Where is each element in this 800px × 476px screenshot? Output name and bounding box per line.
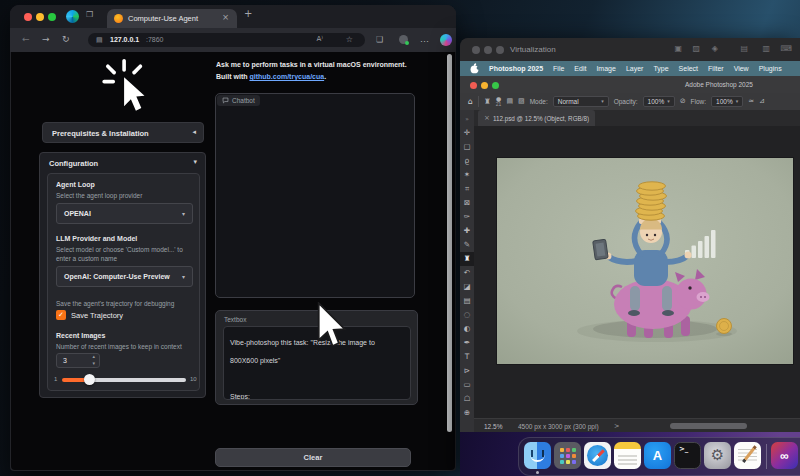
- accordion-configuration-label[interactable]: Configuration: [49, 159, 98, 168]
- tool-blur-icon[interactable]: ◌: [460, 308, 474, 322]
- ps-canvas-area[interactable]: [474, 126, 800, 418]
- address-bar[interactable]: ▤ 127.0.0.1 :7860 A⁾ ☆: [88, 33, 365, 47]
- slider-handle[interactable]: [84, 374, 95, 385]
- menu-item-edit[interactable]: Edit: [574, 65, 586, 72]
- brush-settings-panel-icon[interactable]: ▤: [506, 98, 513, 105]
- tool-clone-stamp-icon[interactable]: ♜: [460, 252, 474, 266]
- tab-close-icon[interactable]: ×: [222, 13, 229, 22]
- document-tab-close-icon[interactable]: ×: [484, 115, 490, 122]
- browser-tab-active[interactable]: Computer-Use Agent ×: [107, 9, 237, 28]
- save-trajectory-checkbox[interactable]: ✓: [56, 310, 66, 320]
- airbrush-icon[interactable]: ≈: [748, 98, 754, 105]
- clone-source-panel-icon[interactable]: ▨: [518, 98, 525, 105]
- window-minimize-button[interactable]: [36, 13, 44, 21]
- tool-shape-icon[interactable]: ▭: [460, 378, 474, 392]
- read-aloud-icon[interactable]: A⁾: [316, 36, 323, 43]
- vm-control-layers-icon[interactable]: ◈: [712, 45, 718, 53]
- horizontal-scrollbar[interactable]: [670, 423, 747, 429]
- site-info-icon[interactable]: ▤: [96, 37, 103, 44]
- tool-object-selection-icon[interactable]: ✶: [460, 168, 474, 182]
- menu-item-plugins[interactable]: Plugins: [759, 65, 782, 72]
- tool-history-brush-icon[interactable]: ↶: [460, 266, 474, 280]
- apple-menu-icon[interactable]: [470, 63, 479, 74]
- mode-select[interactable]: Normal ▾: [553, 96, 609, 107]
- vm-control-capture-icon[interactable]: ▣: [674, 45, 682, 53]
- menu-item-filter[interactable]: Filter: [708, 65, 724, 72]
- tool-eraser-icon[interactable]: ◪: [460, 280, 474, 294]
- forward-icon[interactable]: →: [42, 33, 50, 46]
- flow-select[interactable]: 100% ▾: [711, 96, 743, 107]
- dock-appstore-icon[interactable]: A: [644, 442, 671, 469]
- copilot-icon[interactable]: [440, 34, 452, 46]
- tool-lasso-icon[interactable]: ϱ: [460, 154, 474, 168]
- tool-crop-icon[interactable]: ⌗: [460, 182, 474, 196]
- stepper-down-icon[interactable]: ▾: [92, 361, 95, 366]
- stepper-up-icon[interactable]: ▴: [92, 354, 95, 359]
- browser-essentials-icon[interactable]: [399, 35, 408, 44]
- repo-link[interactable]: github.com/trycua/cua: [249, 73, 324, 80]
- ps-zoom-button[interactable]: [492, 82, 499, 89]
- window-close-button[interactable]: [24, 13, 32, 21]
- zoom-level[interactable]: 12.5%: [484, 423, 502, 430]
- dock-safari-icon[interactable]: [584, 442, 611, 469]
- vm-zoom-button[interactable]: [496, 46, 504, 54]
- accordion-prerequisites[interactable]: Prerequisites & Installation ◂: [42, 122, 204, 143]
- dock-creative-cloud-icon[interactable]: ∞: [771, 442, 798, 469]
- menu-item-image[interactable]: Image: [596, 65, 615, 72]
- vm-control-keyboard-icon[interactable]: ⌨: [780, 45, 792, 53]
- dock-finder-icon[interactable]: [524, 442, 551, 469]
- recent-images-number-input[interactable]: 3 ▴ ▾: [56, 353, 100, 368]
- menu-item-file[interactable]: File: [553, 65, 564, 72]
- recent-images-slider[interactable]: [62, 378, 186, 382]
- menu-item-type[interactable]: Type: [653, 65, 668, 72]
- page-scrollbar[interactable]: [447, 54, 452, 432]
- current-tool-stamp-icon[interactable]: ♜: [484, 98, 491, 106]
- window-zoom-button[interactable]: [48, 13, 56, 21]
- document-tab[interactable]: × 112.psd @ 12.5% (Object, RGB/8): [478, 110, 595, 126]
- vm-minimize-button[interactable]: [484, 46, 492, 54]
- vm-control-display-icon[interactable]: ▥: [762, 45, 770, 53]
- menu-ellipsis-icon[interactable]: …: [420, 33, 429, 46]
- tool-path-select-icon[interactable]: ⊳: [460, 364, 474, 378]
- tool-marquee-icon[interactable]: ▢: [460, 140, 474, 154]
- clear-button[interactable]: Clear: [215, 448, 411, 467]
- tool-healing-icon[interactable]: ✚: [460, 224, 474, 238]
- tool-frame-icon[interactable]: ⊠: [460, 196, 474, 210]
- dock-textedit-icon[interactable]: [734, 442, 761, 469]
- tool-hand-icon[interactable]: ☖: [460, 392, 474, 406]
- opacity-select[interactable]: 100% ▾: [643, 96, 675, 107]
- agent-loop-dropdown[interactable]: OPENAI ▾: [56, 203, 193, 224]
- tool-zoom-icon[interactable]: ⊕: [460, 406, 474, 420]
- vm-control-grid-icon[interactable]: ▤: [740, 45, 748, 53]
- tool-pen-icon[interactable]: ✒: [460, 336, 474, 350]
- menubar-app-name[interactable]: Photoshop 2025: [489, 65, 543, 72]
- status-chevron-icon[interactable]: >: [614, 423, 619, 430]
- tab-overview-icon[interactable]: ❒: [86, 11, 93, 19]
- tool-eyedropper-icon[interactable]: ✑: [460, 210, 474, 224]
- vm-control-screenshot-icon[interactable]: ▨: [692, 45, 700, 53]
- dock-terminal-icon[interactable]: >_: [674, 442, 701, 469]
- ps-close-button[interactable]: [470, 82, 477, 89]
- tool-brush-icon[interactable]: ✎: [460, 238, 474, 252]
- ps-minimize-button[interactable]: [481, 82, 488, 89]
- bookmark-star-icon[interactable]: ☆: [346, 36, 353, 44]
- ps-home-icon[interactable]: ⌂: [468, 98, 473, 106]
- tool-gradient-icon[interactable]: ▤: [460, 294, 474, 308]
- edge-logo-icon[interactable]: [66, 10, 79, 23]
- new-tab-button[interactable]: +: [244, 9, 252, 19]
- dock-launchpad-icon[interactable]: [554, 442, 581, 469]
- back-icon[interactable]: ←: [22, 33, 30, 46]
- pressure-opacity-icon[interactable]: ⊘: [680, 98, 686, 105]
- menu-item-select[interactable]: Select: [679, 65, 698, 72]
- menu-item-view[interactable]: View: [734, 65, 749, 72]
- menu-item-layer[interactable]: Layer: [626, 65, 644, 72]
- vm-close-button[interactable]: [472, 46, 480, 54]
- tool-move-icon[interactable]: ✛: [460, 126, 474, 140]
- dock-settings-icon[interactable]: ⚙: [704, 442, 731, 469]
- tool-type-icon[interactable]: T: [460, 350, 474, 364]
- tool-dodge-icon[interactable]: ◐: [460, 322, 474, 336]
- dock-notes-icon[interactable]: [614, 442, 641, 469]
- llm-dropdown[interactable]: OpenAI: Computer-Use Preview ▾: [56, 266, 193, 287]
- smoothing-icon[interactable]: ⊿: [759, 98, 765, 105]
- split-screen-icon[interactable]: ❏: [376, 33, 383, 46]
